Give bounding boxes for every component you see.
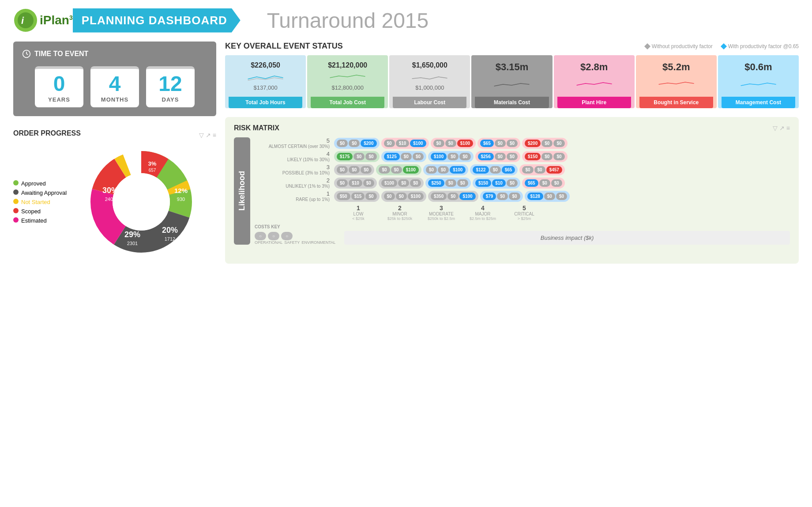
risk-cell-1-5: $128$0$0 bbox=[525, 191, 570, 202]
status-cell-job-hours: $226,050 $137,000 Total Job Hours bbox=[225, 55, 306, 108]
risk-cell-1-2: $0$0$100 bbox=[381, 191, 427, 202]
cell-label-materials: Materials Cost bbox=[475, 97, 549, 108]
cell-label-management: Management Cost bbox=[722, 97, 795, 108]
legend-awaiting: Awaiting Approval bbox=[13, 189, 75, 196]
status-cell-management: $0.6m Management Cost bbox=[718, 55, 799, 108]
risk-row-2: 2 UNLIKELY (1% to 3%) $0$10$0 $100$0$0 bbox=[255, 177, 790, 189]
diamond-icon-gray bbox=[644, 43, 650, 49]
cell-top-labour: $1,650,000 bbox=[412, 60, 447, 69]
diamond-icon-blue bbox=[721, 43, 727, 49]
cell-top-job-cost: $21,120,000 bbox=[328, 60, 367, 69]
logo-name: iPlan bbox=[40, 13, 69, 27]
header-banner: PLANNING DASHBOARD bbox=[73, 8, 241, 33]
cell-label-plant: Plant Hire bbox=[557, 97, 631, 108]
risk-cell-4-4: $256$0$0 bbox=[475, 151, 521, 162]
page-title: Turnaround 2015 bbox=[267, 8, 429, 33]
risk-cells-5: $0$0$200 $0$10$100 $0$0$100 $65$0$0 bbox=[334, 138, 790, 149]
cell-label-labour: Labour Cost bbox=[393, 97, 466, 108]
risk-row-1: 1 RARE (up to 1%) $50$15$0 $0$0$100 $ bbox=[255, 190, 790, 202]
risk-cell-3-5: $0$0$457 bbox=[519, 164, 565, 175]
risk-cell-2-3: $250$0$0 bbox=[425, 178, 471, 189]
sparkline-job-cost bbox=[311, 72, 384, 81]
cell-label-job-cost: Total Job Cost bbox=[311, 97, 384, 108]
status-cell-bought: $5.2m Bought in Service bbox=[636, 55, 717, 108]
risk-body: Likelihood 5 ALMOST CERTAIN (over 30%) $… bbox=[234, 137, 790, 245]
x-axis-text: Business impact ($k) bbox=[541, 235, 594, 241]
op-title: ORDER PROGRESS bbox=[13, 129, 81, 137]
right-column: KEY OVERALL EVENT STATUS Without product… bbox=[225, 42, 799, 264]
risk-row-5: 5 ALMOST CERTAIN (over 30%) $0$0$200 $0$… bbox=[255, 137, 790, 149]
risk-cell-4-1: $175$0$0 bbox=[334, 151, 380, 162]
sparkline-job-hours bbox=[229, 72, 302, 81]
legend-without: Without productivity factor bbox=[645, 43, 713, 49]
risk-matrix-widget: RISK MATRIX ▽ ↗ ≡ Likelihood 5 ALMOST CE… bbox=[225, 117, 799, 264]
risk-x-labels: 1 LOW < $25k 2 MINOR $25k to $250k 3 MOD… bbox=[338, 204, 790, 221]
risk-controls[interactable]: ▽ ↗ ≡ bbox=[773, 125, 790, 132]
sparkline-labour bbox=[393, 72, 466, 81]
tte-years-box: 0 YEARS bbox=[35, 66, 83, 107]
risk-cell-5-2: $0$10$100 bbox=[381, 138, 429, 149]
legend-without-label: Without productivity factor bbox=[652, 43, 713, 49]
svg-text:i: i bbox=[21, 15, 24, 26]
key-bubble-2: ○ bbox=[268, 232, 279, 240]
header: i iPlan3 PLANNING DASHBOARD Turnaround 2… bbox=[0, 0, 812, 37]
risk-cell-2-1: $0$10$0 bbox=[334, 178, 377, 189]
risk-cell-1-1: $50$15$0 bbox=[334, 191, 380, 202]
risk-cell-2-5: $65$0$0 bbox=[522, 178, 565, 189]
risk-footer: COSTS KEY ○ ○ ○ OPERATIONAL SAFETY ENVIR… bbox=[255, 224, 790, 245]
svg-text:2400: 2400 bbox=[105, 197, 116, 202]
tte-months-label: MONTHS bbox=[90, 96, 139, 103]
op-body: Approved Awaiting Approval Not Started S… bbox=[13, 144, 216, 259]
svg-text:657: 657 bbox=[149, 168, 156, 173]
costs-key: COSTS KEY ○ ○ ○ OPERATIONAL SAFETY ENVIR… bbox=[255, 224, 335, 245]
risk-cell-1-3: $350$0$100 bbox=[428, 191, 478, 202]
op-controls[interactable]: ▽ ↗ ≡ bbox=[199, 132, 216, 139]
svg-text:3%: 3% bbox=[148, 160, 157, 167]
op-legend: Approved Awaiting Approval Not Started S… bbox=[13, 180, 75, 224]
tte-months-value: 4 bbox=[90, 73, 139, 95]
risk-cells-3: $0$0$0 $0$0$100 $0$0$100 $122$0$65 bbox=[334, 164, 790, 175]
legend-approved: Approved bbox=[13, 180, 75, 187]
main-content: TIME TO EVENT 0 YEARS 4 MONTHS 12 DAYS bbox=[0, 37, 812, 272]
tte-title: TIME TO EVENT bbox=[22, 49, 207, 58]
status-cell-materials: $3.15m Materials Cost bbox=[471, 55, 552, 108]
cell-top-job-hours: $226,050 bbox=[251, 60, 280, 69]
cell-bot-job-hours: $137,000 bbox=[253, 84, 277, 91]
risk-x-5: 5 CRITICAL > $25m bbox=[504, 204, 544, 221]
key-bubbles: ○ ○ ○ bbox=[255, 232, 335, 240]
sparkline-management bbox=[722, 79, 795, 88]
risk-cells-1: $50$15$0 $0$0$100 $350$0$100 $79$0$0 bbox=[334, 191, 790, 202]
cell-label-bought: Bought in Service bbox=[639, 97, 713, 108]
risk-title: RISK MATRIX bbox=[234, 124, 279, 132]
svg-text:30%: 30% bbox=[102, 186, 118, 195]
donut-svg: 30% 2400 29% 2301 20% 1712 12% 930 3% 65… bbox=[84, 144, 199, 259]
legend-scoped: Scoped bbox=[13, 208, 75, 215]
risk-table-wrapper: 5 ALMOST CERTAIN (over 30%) $0$0$200 $0$… bbox=[255, 137, 790, 245]
key-bubble-3: ○ bbox=[281, 232, 293, 240]
svg-text:12%: 12% bbox=[174, 187, 188, 194]
risk-row-3: 3 POSSIBLE (3% to 10%) $0$0$0 $0$0$100 bbox=[255, 164, 790, 175]
key-status-widget: KEY OVERALL EVENT STATUS Without product… bbox=[225, 42, 799, 108]
svg-text:20%: 20% bbox=[162, 226, 178, 235]
risk-row-label-3: 3 POSSIBLE (3% to 10%) bbox=[255, 164, 334, 175]
tte-years-label: YEARS bbox=[35, 96, 83, 103]
business-impact-label: Business impact ($k) bbox=[344, 231, 790, 245]
status-title: KEY OVERALL EVENT STATUS bbox=[225, 42, 343, 51]
svg-text:930: 930 bbox=[177, 197, 185, 202]
key-labels: OPERATIONAL SAFETY ENVIRONMENTAL bbox=[255, 240, 335, 245]
risk-row-label-1: 1 RARE (up to 1%) bbox=[255, 190, 334, 202]
risk-cell-3-4: $122$0$65 bbox=[470, 164, 518, 175]
logo: i iPlan3 bbox=[13, 8, 73, 33]
tte-days-label: DAYS bbox=[146, 96, 195, 103]
risk-cell-3-2: $0$0$100 bbox=[376, 164, 421, 175]
status-cell-plant: $2.8m Plant Hire bbox=[554, 55, 635, 108]
risk-cell-5-4: $65$0$0 bbox=[477, 138, 520, 149]
legend-with: With productivity factor @0.65 bbox=[722, 43, 799, 49]
sparkline-materials bbox=[475, 79, 549, 88]
svg-line-5 bbox=[26, 54, 28, 55]
time-to-event-widget: TIME TO EVENT 0 YEARS 4 MONTHS 12 DAYS bbox=[13, 42, 216, 116]
risk-cells-2: $0$10$0 $100$0$0 $250$0$0 $150$10$0 bbox=[334, 178, 790, 189]
risk-header: RISK MATRIX ▽ ↗ ≡ bbox=[234, 124, 790, 132]
cell-bot-labour: $1,000,000 bbox=[415, 84, 444, 91]
risk-x-1: 1 LOW < $25k bbox=[338, 204, 378, 221]
